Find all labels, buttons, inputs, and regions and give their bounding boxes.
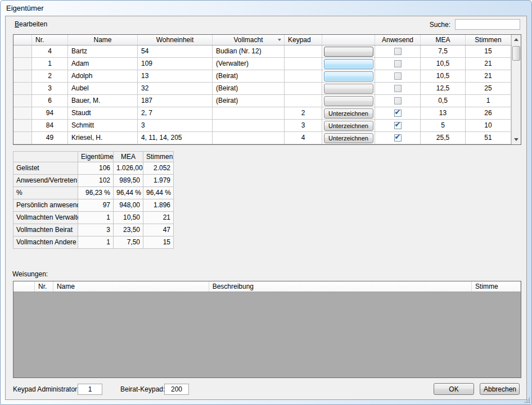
cell-anwesend: [375, 45, 421, 58]
scroll-down-button[interactable]: [512, 135, 521, 144]
keypad-admin-input[interactable]: [78, 384, 102, 395]
col-header-anwesend[interactable]: Anwesend: [375, 35, 421, 45]
scroll-up-button[interactable]: [512, 35, 521, 44]
row-action-button[interactable]: [324, 59, 373, 69]
check-icon: ✔: [395, 133, 401, 140]
col-header-aktion[interactable]: [322, 35, 375, 45]
cell-anwesend: [375, 83, 421, 95]
cell-mea: 5: [421, 120, 466, 132]
row-selector-cell[interactable]: [13, 120, 32, 132]
row-action-button[interactable]: [324, 84, 373, 94]
cell-vollmacht: Budian (Nr. 12): [213, 45, 285, 58]
cell-name: Adam: [68, 58, 138, 70]
cell-name: Kriesel, H.: [68, 132, 138, 144]
table-row[interactable]: 49Kriesel, H.4, 11, 14, 2054Unterzeichne…: [13, 132, 521, 144]
col-header-keypad[interactable]: Keypad: [285, 35, 322, 45]
anwesend-checkbox[interactable]: ✔: [394, 122, 402, 129]
col-header-vollmacht[interactable]: Vollmacht: [213, 35, 285, 45]
cell-anwesend: ✔: [375, 120, 421, 132]
summary-cell-eigentuemer: 106: [78, 162, 114, 175]
cell-keypad: [285, 83, 322, 95]
row-action-button[interactable]: [324, 47, 373, 57]
table-row[interactable]: 84Schmitt33Unterzeichnen✔510: [13, 120, 521, 132]
col-header-mea[interactable]: MEA: [421, 35, 466, 45]
row-action-button[interactable]: [324, 71, 373, 81]
col-header-nr[interactable]: Nr.: [32, 35, 68, 45]
row-action-button[interactable]: [324, 96, 373, 106]
cell-keypad: [285, 45, 322, 58]
anwesend-checkbox[interactable]: [394, 48, 402, 55]
weisungen-col-header-0[interactable]: [13, 281, 35, 292]
table-row[interactable]: 94Staudt2, 72Unterzeichnen✔1326: [13, 107, 521, 120]
sort-desc-icon: [278, 39, 281, 41]
cell-stimmen: 1: [466, 95, 511, 107]
row-selector-cell[interactable]: [13, 45, 32, 58]
ok-button[interactable]: OK: [434, 383, 474, 395]
row-selector-cell[interactable]: [13, 132, 32, 144]
weisungen-col-header-4[interactable]: Stimme: [472, 281, 521, 292]
anwesend-checkbox[interactable]: [394, 85, 402, 92]
titlebar[interactable]: Eigentümer: [1, 1, 531, 16]
unterzeichnen-button[interactable]: Unterzeichnen: [324, 121, 373, 131]
summary-cell-stimmen: 1.979: [143, 175, 174, 187]
col-header-selector[interactable]: [13, 35, 32, 45]
dialog-body: Bearbeiten Suche: Nr.NameWohneinheitVoll…: [5, 16, 527, 400]
anwesend-checkbox[interactable]: [394, 97, 402, 104]
beirat-keypad-input[interactable]: [164, 384, 189, 395]
table-row[interactable]: 6Bauer, M.187(Beirat)0,51: [13, 95, 521, 107]
cell-anwesend: [375, 58, 421, 70]
search-input[interactable]: [455, 19, 520, 30]
summary-row-label: Persönlich anwesend: [13, 199, 78, 212]
cell-name: Bauer, M.: [68, 95, 138, 107]
cell-anwesend: ✔: [375, 132, 421, 144]
cell-anwesend: [375, 70, 421, 83]
anwesend-checkbox[interactable]: [394, 72, 402, 80]
col-header-stimmen[interactable]: Stimmen: [466, 35, 511, 45]
summary-cell-stimmen: 21: [143, 212, 174, 224]
summary-cell-stimmen: 47: [143, 224, 174, 236]
summary-table: EigentümerMEAStimmenGelistet1061.026,002…: [13, 151, 174, 249]
cell-anwesend: [375, 95, 421, 107]
table-row[interactable]: 4Bartz54Budian (Nr. 12)7,515: [13, 45, 521, 58]
col-header-wohneinheit[interactable]: Wohneinheit: [138, 35, 213, 45]
cell-nr: 84: [32, 120, 68, 132]
row-selector-cell[interactable]: [13, 95, 32, 107]
summary-row: %96,23 %96,44 %96,44 %: [13, 187, 174, 199]
row-selector-cell[interactable]: [13, 58, 32, 70]
menu-bearbeiten[interactable]: Bearbeiten: [11, 19, 51, 29]
summary-row: Vollmachten Verwalter110,5021: [13, 212, 174, 224]
table-row[interactable]: 3Aubel32(Beirat)12,525: [13, 83, 521, 95]
weisungen-col-header-2[interactable]: Name: [53, 281, 209, 292]
summary-row: Persönlich anwesend97948,001.896: [13, 199, 174, 212]
arrow-down-icon: [514, 138, 519, 141]
scroll-thumb[interactable]: [512, 46, 520, 61]
anwesend-checkbox[interactable]: ✔: [394, 134, 402, 142]
owners-table-body: 4Bartz54Budian (Nr. 12)7,5151Adam109(Ver…: [13, 45, 521, 144]
unterzeichnen-button[interactable]: Unterzeichnen: [324, 108, 373, 119]
table-row[interactable]: 1Adam109(Verwalter)10,521: [13, 58, 521, 70]
summary-cell-mea: 989,50: [114, 175, 143, 187]
cell-keypad: 4: [285, 132, 322, 144]
anwesend-checkbox[interactable]: [394, 60, 402, 67]
weisungen-table: Nr.NameBeschreibungStimme: [13, 281, 521, 378]
cell-stimmen: 25: [466, 83, 511, 95]
cell-vollmacht: [213, 120, 285, 132]
summary-cell-stimmen: 2.052: [143, 162, 174, 175]
summary-col-header-1: Eigentümer: [78, 152, 114, 162]
col-header-name[interactable]: Name: [68, 35, 138, 45]
anwesend-checkbox[interactable]: ✔: [394, 110, 402, 117]
row-selector-cell[interactable]: [13, 70, 32, 83]
unterzeichnen-button[interactable]: Unterzeichnen: [324, 133, 373, 143]
weisungen-col-header-3[interactable]: Beschreibung: [209, 281, 472, 292]
cancel-button[interactable]: Abbrechen: [480, 383, 520, 395]
cell-wohneinheit: 109: [138, 58, 213, 70]
summary-cell-mea: 948,00: [114, 199, 143, 212]
row-selector-cell[interactable]: [13, 83, 32, 95]
weisungen-table-header: Nr.NameBeschreibungStimme: [13, 281, 521, 292]
cell-vollmacht: [213, 132, 285, 144]
owners-scrollbar[interactable]: [511, 35, 521, 144]
row-selector-cell[interactable]: [13, 107, 32, 120]
cell-wohneinheit: 32: [138, 83, 213, 95]
weisungen-col-header-1[interactable]: Nr.: [35, 281, 53, 292]
table-row[interactable]: 2Adolph13(Beirat)10,521: [13, 70, 521, 83]
